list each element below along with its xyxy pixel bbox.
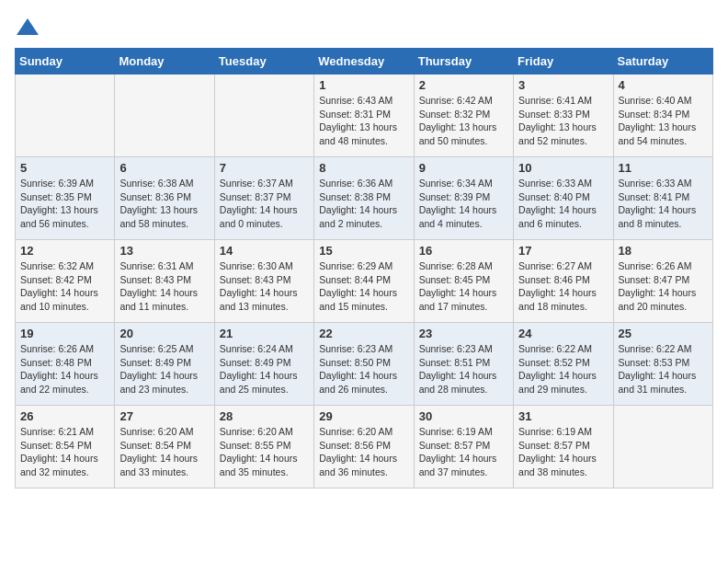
- day-info: Sunrise: 6:21 AM Sunset: 8:54 PM Dayligh…: [20, 425, 109, 479]
- calendar-cell: 24Sunrise: 6:22 AM Sunset: 8:52 PM Dayli…: [514, 323, 613, 406]
- calendar-cell: 28Sunrise: 6:20 AM Sunset: 8:55 PM Dayli…: [214, 406, 313, 488]
- day-number: 28: [220, 409, 309, 423]
- calendar-cell: [214, 75, 313, 157]
- calendar-header: SundayMondayTuesdayWednesdayThursdayFrid…: [16, 49, 713, 75]
- day-number: 18: [619, 244, 708, 258]
- day-info: Sunrise: 6:20 AM Sunset: 8:56 PM Dayligh…: [319, 425, 408, 479]
- day-number: 4: [619, 78, 708, 92]
- calendar-cell: [16, 75, 115, 157]
- day-number: 21: [220, 327, 309, 340]
- day-number: 31: [518, 409, 608, 423]
- logo: [15, 15, 44, 40]
- day-info: Sunrise: 6:26 AM Sunset: 8:47 PM Dayligh…: [619, 259, 708, 314]
- header-row: SundayMondayTuesdayWednesdayThursdayFrid…: [16, 49, 713, 75]
- calendar-cell: 8Sunrise: 6:36 AM Sunset: 8:38 PM Daylig…: [314, 157, 414, 240]
- calendar-cell: 22Sunrise: 6:23 AM Sunset: 8:50 PM Dayli…: [314, 323, 414, 406]
- day-info: Sunrise: 6:19 AM Sunset: 8:57 PM Dayligh…: [518, 425, 608, 479]
- day-info: Sunrise: 6:28 AM Sunset: 8:45 PM Dayligh…: [419, 259, 508, 314]
- calendar-cell: 4Sunrise: 6:40 AM Sunset: 8:34 PM Daylig…: [613, 75, 712, 157]
- day-info: Sunrise: 6:20 AM Sunset: 8:55 PM Dayligh…: [220, 425, 309, 479]
- day-number: 15: [319, 244, 408, 258]
- header-cell-saturday: Saturday: [613, 49, 712, 75]
- calendar-cell: 29Sunrise: 6:20 AM Sunset: 8:56 PM Dayli…: [314, 406, 414, 488]
- day-number: 17: [518, 244, 608, 258]
- day-number: 9: [419, 161, 508, 175]
- calendar-cell: 12Sunrise: 6:32 AM Sunset: 8:42 PM Dayli…: [16, 240, 115, 323]
- calendar-cell: [115, 75, 214, 157]
- header-cell-thursday: Thursday: [414, 49, 513, 75]
- day-info: Sunrise: 6:25 AM Sunset: 8:49 PM Dayligh…: [119, 342, 209, 396]
- calendar-cell: 2Sunrise: 6:42 AM Sunset: 8:32 PM Daylig…: [414, 75, 513, 157]
- day-number: 23: [419, 327, 508, 340]
- day-number: 26: [20, 409, 109, 423]
- header-cell-sunday: Sunday: [16, 49, 115, 75]
- day-info: Sunrise: 6:33 AM Sunset: 8:41 PM Dayligh…: [619, 177, 708, 231]
- day-number: 22: [319, 327, 408, 340]
- day-info: Sunrise: 6:19 AM Sunset: 8:57 PM Dayligh…: [419, 425, 508, 479]
- header: [15, 15, 713, 40]
- day-info: Sunrise: 6:31 AM Sunset: 8:43 PM Dayligh…: [119, 259, 209, 314]
- calendar-cell: 27Sunrise: 6:20 AM Sunset: 8:54 PM Dayli…: [115, 406, 214, 488]
- week-row-5: 26Sunrise: 6:21 AM Sunset: 8:54 PM Dayli…: [16, 406, 713, 488]
- calendar-cell: 13Sunrise: 6:31 AM Sunset: 8:43 PM Dayli…: [115, 240, 214, 323]
- day-number: 29: [319, 409, 408, 423]
- day-info: Sunrise: 6:32 AM Sunset: 8:42 PM Dayligh…: [20, 259, 109, 314]
- day-info: Sunrise: 6:26 AM Sunset: 8:48 PM Dayligh…: [20, 342, 109, 396]
- week-row-4: 19Sunrise: 6:26 AM Sunset: 8:48 PM Dayli…: [16, 323, 713, 406]
- calendar-cell: 6Sunrise: 6:38 AM Sunset: 8:36 PM Daylig…: [115, 157, 214, 240]
- header-cell-friday: Friday: [514, 49, 613, 75]
- calendar-cell: 26Sunrise: 6:21 AM Sunset: 8:54 PM Dayli…: [16, 406, 115, 488]
- day-number: 10: [518, 161, 608, 175]
- calendar-body: 1Sunrise: 6:43 AM Sunset: 8:31 PM Daylig…: [16, 75, 713, 488]
- day-info: Sunrise: 6:20 AM Sunset: 8:54 PM Dayligh…: [119, 425, 209, 479]
- day-number: 30: [419, 409, 508, 423]
- day-info: Sunrise: 6:40 AM Sunset: 8:34 PM Dayligh…: [619, 94, 708, 148]
- day-info: Sunrise: 6:34 AM Sunset: 8:39 PM Dayligh…: [419, 177, 508, 231]
- calendar-cell: 3Sunrise: 6:41 AM Sunset: 8:33 PM Daylig…: [514, 75, 613, 157]
- calendar-cell: [613, 406, 712, 488]
- day-number: 16: [419, 244, 508, 258]
- calendar-cell: 9Sunrise: 6:34 AM Sunset: 8:39 PM Daylig…: [414, 157, 513, 240]
- calendar-cell: 23Sunrise: 6:23 AM Sunset: 8:51 PM Dayli…: [414, 323, 513, 406]
- calendar-cell: 30Sunrise: 6:19 AM Sunset: 8:57 PM Dayli…: [414, 406, 513, 488]
- calendar-cell: 1Sunrise: 6:43 AM Sunset: 8:31 PM Daylig…: [314, 75, 414, 157]
- week-row-1: 1Sunrise: 6:43 AM Sunset: 8:31 PM Daylig…: [16, 75, 713, 157]
- day-info: Sunrise: 6:22 AM Sunset: 8:52 PM Dayligh…: [518, 342, 608, 396]
- day-info: Sunrise: 6:29 AM Sunset: 8:44 PM Dayligh…: [319, 259, 408, 314]
- day-number: 2: [419, 78, 508, 92]
- day-number: 8: [319, 161, 408, 175]
- calendar-cell: 11Sunrise: 6:33 AM Sunset: 8:41 PM Dayli…: [613, 157, 712, 240]
- day-info: Sunrise: 6:30 AM Sunset: 8:43 PM Dayligh…: [220, 259, 309, 314]
- calendar-cell: 5Sunrise: 6:39 AM Sunset: 8:35 PM Daylig…: [16, 157, 115, 240]
- day-info: Sunrise: 6:36 AM Sunset: 8:38 PM Dayligh…: [319, 177, 408, 231]
- calendar-cell: 25Sunrise: 6:22 AM Sunset: 8:53 PM Dayli…: [613, 323, 712, 406]
- day-number: 13: [119, 244, 209, 258]
- calendar-cell: 7Sunrise: 6:37 AM Sunset: 8:37 PM Daylig…: [214, 157, 313, 240]
- day-info: Sunrise: 6:37 AM Sunset: 8:37 PM Dayligh…: [220, 177, 309, 231]
- day-info: Sunrise: 6:24 AM Sunset: 8:49 PM Dayligh…: [220, 342, 309, 396]
- header-cell-tuesday: Tuesday: [214, 49, 313, 75]
- day-number: 6: [119, 161, 209, 175]
- header-cell-monday: Monday: [115, 49, 214, 75]
- day-info: Sunrise: 6:43 AM Sunset: 8:31 PM Dayligh…: [319, 94, 408, 148]
- calendar-cell: 17Sunrise: 6:27 AM Sunset: 8:46 PM Dayli…: [514, 240, 613, 323]
- calendar-cell: 21Sunrise: 6:24 AM Sunset: 8:49 PM Dayli…: [214, 323, 313, 406]
- day-number: 7: [220, 161, 309, 175]
- calendar-cell: 31Sunrise: 6:19 AM Sunset: 8:57 PM Dayli…: [514, 406, 613, 488]
- day-number: 25: [619, 327, 708, 340]
- calendar-cell: 10Sunrise: 6:33 AM Sunset: 8:40 PM Dayli…: [514, 157, 613, 240]
- day-info: Sunrise: 6:42 AM Sunset: 8:32 PM Dayligh…: [419, 94, 508, 148]
- day-number: 27: [119, 409, 209, 423]
- day-info: Sunrise: 6:41 AM Sunset: 8:33 PM Dayligh…: [518, 94, 608, 148]
- calendar-cell: 16Sunrise: 6:28 AM Sunset: 8:45 PM Dayli…: [414, 240, 513, 323]
- day-info: Sunrise: 6:23 AM Sunset: 8:50 PM Dayligh…: [319, 342, 408, 396]
- calendar-cell: 18Sunrise: 6:26 AM Sunset: 8:47 PM Dayli…: [613, 240, 712, 323]
- day-info: Sunrise: 6:23 AM Sunset: 8:51 PM Dayligh…: [419, 342, 508, 396]
- header-cell-wednesday: Wednesday: [314, 49, 414, 75]
- calendar-cell: 20Sunrise: 6:25 AM Sunset: 8:49 PM Dayli…: [115, 323, 214, 406]
- day-number: 19: [20, 327, 109, 340]
- day-info: Sunrise: 6:39 AM Sunset: 8:35 PM Dayligh…: [20, 177, 109, 231]
- day-info: Sunrise: 6:33 AM Sunset: 8:40 PM Dayligh…: [518, 177, 608, 231]
- day-number: 14: [220, 244, 309, 258]
- day-number: 3: [518, 78, 608, 92]
